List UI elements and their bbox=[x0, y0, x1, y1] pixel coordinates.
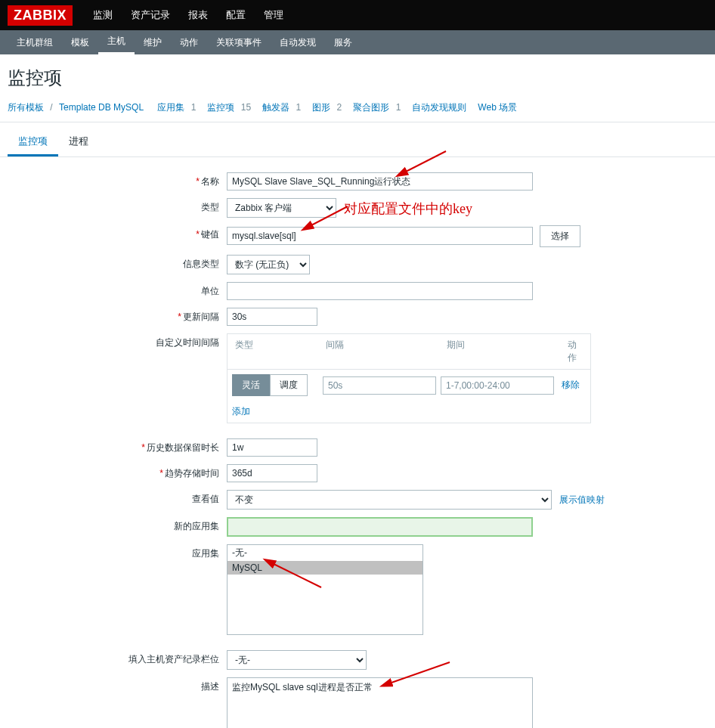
remove-link[interactable]: 移除 bbox=[562, 379, 580, 392]
newapp-input[interactable] bbox=[227, 517, 533, 537]
key-input[interactable] bbox=[227, 227, 533, 245]
update-label: 更新间隔 bbox=[183, 311, 219, 322]
period-input[interactable] bbox=[441, 376, 554, 395]
bc-screens-count: 1 bbox=[396, 102, 401, 113]
topnav-config[interactable]: 配置 bbox=[217, 0, 255, 30]
bc-screens[interactable]: 聚合图形 bbox=[353, 102, 389, 113]
toggle-scheduling[interactable]: 调度 bbox=[270, 374, 308, 396]
apps-option-mysql[interactable]: MySQL bbox=[228, 561, 422, 575]
subnav-discovery[interactable]: 自动发现 bbox=[271, 30, 325, 54]
subnav-hosts[interactable]: 主机 bbox=[98, 30, 135, 54]
bc-all-templates[interactable]: 所有模板 bbox=[8, 102, 44, 113]
add-interval-link[interactable]: 添加 bbox=[232, 406, 250, 417]
ih-interval: 间隔 bbox=[318, 334, 439, 369]
desc-label: 描述 bbox=[201, 681, 219, 692]
breadcrumb: 所有模板 / Template DB MySQL 应用集 1 监控项 15 触发… bbox=[0, 98, 715, 122]
interval-input[interactable] bbox=[323, 376, 436, 395]
infotype-label: 信息类型 bbox=[183, 259, 219, 269]
subnav-templates[interactable]: 模板 bbox=[62, 30, 98, 54]
topnav-inventory[interactable]: 资产记录 bbox=[122, 0, 179, 30]
bc-template-name[interactable]: Template DB MySQL bbox=[59, 102, 144, 113]
bc-items[interactable]: 监控项 bbox=[207, 102, 234, 113]
bc-triggers-count: 1 bbox=[296, 102, 302, 113]
unit-label: 单位 bbox=[201, 286, 219, 296]
apps-listbox[interactable]: -无- MySQL bbox=[227, 544, 423, 635]
topnav-monitor[interactable]: 监测 bbox=[84, 0, 122, 30]
inventory-label: 填入主机资产纪录栏位 bbox=[128, 654, 219, 664]
subnav-hostgroups[interactable]: 主机群组 bbox=[8, 30, 62, 54]
key-select-button[interactable]: 选择 bbox=[540, 225, 580, 247]
inventory-select[interactable]: -无- bbox=[227, 650, 367, 670]
key-label: 键值 bbox=[201, 229, 219, 240]
bc-discovery[interactable]: 自动发现规则 bbox=[412, 102, 466, 113]
history-label: 历史数据保留时长 bbox=[147, 442, 219, 453]
logo: ZABBIX bbox=[8, 5, 73, 26]
tabs: 监控项 进程 bbox=[0, 122, 715, 157]
subnav-actions[interactable]: 动作 bbox=[171, 30, 207, 54]
apps-option-none[interactable]: -无- bbox=[228, 545, 422, 561]
subnav-correlation[interactable]: 关联项事件 bbox=[207, 30, 271, 54]
type-select[interactable]: Zabbix 客户端 bbox=[227, 198, 336, 218]
type-label: 类型 bbox=[201, 202, 219, 212]
desc-textarea[interactable]: 监控MySQL slave sql进程是否正常 bbox=[227, 677, 533, 728]
topnav-reports[interactable]: 报表 bbox=[179, 0, 217, 30]
subnav-services[interactable]: 服务 bbox=[325, 30, 361, 54]
tab-item[interactable]: 监控项 bbox=[8, 129, 58, 156]
bc-items-count: 15 bbox=[241, 102, 251, 113]
update-input[interactable] bbox=[227, 308, 317, 326]
bc-graphs[interactable]: 图形 bbox=[312, 102, 330, 113]
valuemap-link[interactable]: 展示值映射 bbox=[559, 494, 605, 505]
custom-interval-label: 自定义时间间隔 bbox=[156, 337, 219, 348]
name-label: 名称 bbox=[201, 176, 219, 187]
sub-nav: 主机群组 模板 主机 维护 动作 关联项事件 自动发现 服务 bbox=[0, 30, 715, 54]
ih-action: 动作 bbox=[560, 334, 590, 369]
trend-label: 趋势存储时间 bbox=[165, 468, 219, 479]
subnav-maintenance[interactable]: 维护 bbox=[135, 30, 171, 54]
bc-triggers[interactable]: 触发器 bbox=[262, 102, 289, 113]
bc-apps[interactable]: 应用集 bbox=[157, 102, 184, 113]
name-input[interactable] bbox=[227, 172, 533, 191]
apps-label: 应用集 bbox=[192, 548, 219, 559]
bc-graphs-count: 2 bbox=[337, 102, 342, 113]
ih-type: 类型 bbox=[228, 334, 318, 369]
newapp-label: 新的应用集 bbox=[174, 521, 219, 531]
infotype-select[interactable]: 数字 (无正负) bbox=[227, 255, 310, 274]
bc-web[interactable]: Web 场景 bbox=[478, 102, 517, 113]
interval-table: 类型 间隔 期间 动作 灵活 调度 移除 添加 bbox=[227, 333, 591, 423]
topnav-admin[interactable]: 管理 bbox=[255, 0, 292, 30]
showvalue-select[interactable]: 不变 bbox=[227, 490, 552, 510]
annotation-key: 对应配置文件中的key bbox=[344, 200, 472, 218]
bc-apps-count: 1 bbox=[191, 102, 197, 113]
tab-process[interactable]: 进程 bbox=[58, 129, 99, 156]
history-input[interactable] bbox=[227, 438, 317, 457]
page-title: 监控项 bbox=[0, 54, 715, 98]
bc-sep: / bbox=[50, 102, 52, 113]
ih-period: 期间 bbox=[439, 334, 560, 369]
top-nav: ZABBIX 监测 资产记录 报表 配置 管理 bbox=[0, 0, 715, 30]
unit-input[interactable] bbox=[227, 282, 533, 300]
showvalue-label: 查看值 bbox=[192, 494, 219, 504]
toggle-flexible[interactable]: 灵活 bbox=[232, 374, 270, 396]
trend-input[interactable] bbox=[227, 464, 317, 482]
form-area: *名称 类型 Zabbix 客户端 对应配置文件中的key *键值 选择 信息类… bbox=[0, 157, 715, 728]
